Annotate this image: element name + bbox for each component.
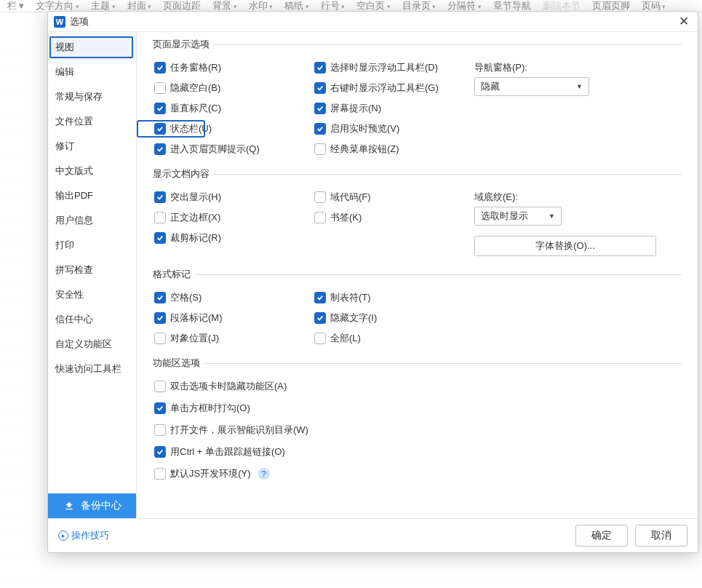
sidebar-item-chinese[interactable]: 中文版式 [48, 159, 136, 183]
checkbox-label: 经典菜单按钮(Z) [330, 143, 399, 156]
checkbox-label: 启用实时预览(V) [330, 122, 399, 135]
checkbox-默认JS开发环境(Y)[interactable]: 默认JS开发环境(Y)? [154, 467, 682, 480]
nav-pane-label: 导航窗格(P): [474, 61, 656, 74]
checkbox-启用实时预览(V)[interactable]: 启用实时预览(V) [314, 122, 474, 135]
checkbox-label: 书签(K) [330, 211, 362, 224]
checkbox-垂直标尺(C)[interactable]: 垂直标尺(C) [154, 102, 314, 115]
sidebar-item-label: 安全性 [55, 289, 84, 300]
dialog-footer: ▸ 操作技巧 确定 取消 [48, 518, 698, 552]
group-doc-content: 显示文档内容 突出显示(H)正文边框(X)裁剪标记(R) 域代码(F)书签(K)… [153, 167, 682, 261]
sidebar-item-trust[interactable]: 信任中心 [48, 307, 136, 332]
cancel-button[interactable]: 取消 [635, 525, 687, 547]
operation-tips-link[interactable]: ▸ 操作技巧 [58, 529, 109, 542]
sidebar-item-print[interactable]: 打印 [48, 233, 136, 258]
checkbox-双击选项卡时隐藏功能区(A)[interactable]: 双击选项卡时隐藏功能区(A) [154, 380, 682, 393]
sidebar-item-view[interactable]: 视图 [48, 35, 136, 60]
nav-pane-select[interactable]: 隐藏 ▼ [474, 77, 589, 96]
checkbox-box [154, 468, 166, 480]
checkbox-box [154, 82, 166, 94]
sidebar-item-spell[interactable]: 拼写检查 [48, 258, 136, 282]
sidebar-item-fileloc[interactable]: 文件位置 [48, 109, 136, 134]
checkbox-label: 右键时显示浮动工具栏(G) [330, 82, 439, 95]
field-shading-select[interactable]: 选取时显示 ▼ [474, 207, 562, 226]
checkbox-屏幕提示(N)[interactable]: 屏幕提示(N) [314, 102, 474, 115]
checkbox-box [314, 333, 326, 344]
backup-center-button[interactable]: 备份中心 [48, 493, 136, 518]
ribbon-item[interactable]: 栏 ▾ [7, 0, 24, 12]
checkbox-书签(K)[interactable]: 书签(K) [314, 211, 474, 224]
checkbox-label: 垂直标尺(C) [170, 102, 221, 115]
sidebar-item-security[interactable]: 安全性 [48, 282, 136, 307]
checkbox-隐藏空白(B)[interactable]: 隐藏空白(B) [154, 82, 314, 95]
checkbox-经典菜单按钮(Z)[interactable]: 经典菜单按钮(Z) [314, 143, 474, 156]
font-substitution-button[interactable]: 字体替换(O)... [474, 236, 656, 256]
checkbox-label: 段落标记(M) [170, 311, 223, 325]
checkbox-段落标记(M)[interactable]: 段落标记(M) [154, 311, 314, 325]
sidebar-item-customfn[interactable]: 自定义功能区 [48, 332, 136, 357]
checkbox-box [314, 82, 326, 94]
group-page-display: 页面显示选项 任务窗格(R)隐藏空白(B)垂直标尺(C)状态栏(U)进入页眉页脚… [153, 38, 682, 160]
checkbox-box [314, 312, 326, 324]
checkbox-全部(L)[interactable]: 全部(L) [314, 332, 474, 345]
tips-label: 操作技巧 [71, 529, 109, 542]
checkbox-box [154, 312, 166, 324]
sidebar-item-label: 修订 [55, 140, 74, 151]
checkbox-box [154, 446, 166, 458]
checkbox-label: 突出显示(H) [170, 191, 221, 204]
sidebar-item-outputpdf[interactable]: 输出PDF [48, 183, 136, 208]
sidebar-item-label: 拼写检查 [55, 264, 93, 275]
checkbox-空格(S)[interactable]: 空格(S) [154, 291, 314, 304]
group-legend: 显示文档内容 [153, 167, 214, 180]
sidebar-item-label: 输出PDF [55, 190, 93, 201]
checkbox-用Ctrl + 单击跟踪超链接(O)[interactable]: 用Ctrl + 单击跟踪超链接(O) [154, 445, 682, 458]
checkbox-label: 打开文件，展示智能识别目录(W) [170, 424, 308, 437]
checkbox-label: 正文边框(X) [170, 211, 220, 224]
checkbox-对象位置(J)[interactable]: 对象位置(J) [154, 332, 314, 345]
sidebar-item-label: 自定义功能区 [55, 338, 112, 349]
checkbox-box [314, 191, 326, 203]
checkbox-进入页眉页脚提示(Q)[interactable]: 进入页眉页脚提示(Q) [154, 143, 314, 156]
checkbox-裁剪标记(R)[interactable]: 裁剪标记(R) [154, 231, 314, 245]
sidebar-item-edit[interactable]: 编辑 [48, 60, 136, 84]
checkbox-右键时显示浮动工具栏(G)[interactable]: 右键时显示浮动工具栏(G) [314, 82, 474, 95]
select-value: 隐藏 [481, 80, 500, 93]
button-label: 确定 [591, 529, 612, 542]
dialog-title: 选项 [70, 15, 676, 28]
help-icon[interactable]: ? [258, 468, 270, 480]
checkbox-box [154, 212, 166, 223]
sidebar-item-general[interactable]: 常规与保存 [48, 84, 136, 109]
checkbox-label: 裁剪标记(R) [170, 231, 221, 245]
checkbox-label: 用Ctrl + 单击跟踪超链接(O) [170, 445, 285, 458]
sidebar-item-revision[interactable]: 修订 [48, 134, 136, 159]
sidebar-item-label: 编辑 [55, 66, 74, 77]
sidebar-item-label: 快速访问工具栏 [55, 363, 121, 374]
checkbox-突出显示(H)[interactable]: 突出显示(H) [154, 191, 314, 204]
group-legend: 页面显示选项 [153, 38, 214, 51]
checkbox-box [154, 402, 166, 414]
sidebar-item-label: 文件位置 [55, 116, 93, 127]
checkbox-box [154, 232, 166, 244]
checkbox-选择时显示浮动工具栏(D)[interactable]: 选择时显示浮动工具栏(D) [314, 61, 474, 74]
checkbox-制表符(T)[interactable]: 制表符(T) [314, 291, 474, 304]
checkbox-单击方框时打勾(O)[interactable]: 单击方框时打勾(O) [154, 402, 682, 415]
ok-button[interactable]: 确定 [575, 525, 628, 547]
button-label: 字体替换(O)... [535, 239, 595, 253]
app-icon: W [54, 16, 65, 28]
dialog-titlebar: W 选项 ✕ [48, 12, 698, 32]
checkbox-状态栏(U)[interactable]: 状态栏(U) [154, 122, 314, 135]
sidebar: 视图 编辑 常规与保存 文件位置 修订 中文版式 输出PDF 用户信息 打印 拼… [48, 32, 137, 518]
sidebar-item-quick[interactable]: 快速访问工具栏 [48, 357, 136, 381]
checkbox-打开文件，展示智能识别目录(W)[interactable]: 打开文件，展示智能识别目录(W) [154, 424, 682, 437]
checkbox-box [154, 62, 166, 74]
checkbox-隐藏文字(I)[interactable]: 隐藏文字(I) [314, 311, 474, 325]
tips-icon: ▸ [58, 531, 68, 541]
checkbox-域代码(F)[interactable]: 域代码(F) [314, 191, 474, 204]
close-icon[interactable]: ✕ [676, 15, 692, 28]
sidebar-item-userinfo[interactable]: 用户信息 [48, 208, 136, 233]
checkbox-正文边框(X)[interactable]: 正文边框(X) [154, 211, 314, 224]
checkbox-任务窗格(R)[interactable]: 任务窗格(R) [154, 61, 314, 74]
options-dialog: W 选项 ✕ 视图 编辑 常规与保存 文件位置 修订 中文版式 输出PDF 用户… [47, 11, 698, 553]
checkbox-box [154, 292, 166, 303]
checkbox-label: 对象位置(J) [170, 332, 219, 345]
group-format-marks: 格式标记 空格(S)段落标记(M)对象位置(J) 制表符(T)隐藏文字(I)全部… [153, 268, 682, 349]
